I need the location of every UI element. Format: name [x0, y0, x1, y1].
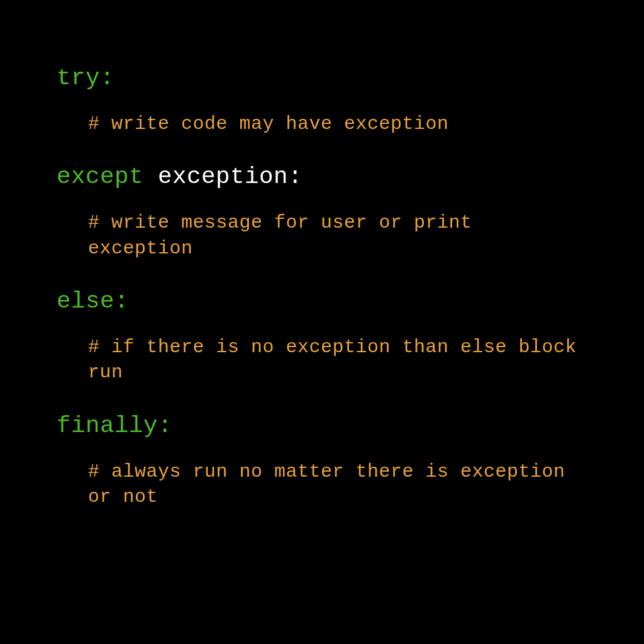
try-comment: # write code may have exception — [57, 111, 587, 137]
finally-header: finally: — [57, 411, 587, 441]
else-colon: : — [114, 288, 129, 314]
try-block: try: # write code may have exception — [57, 63, 587, 136]
finally-comment: # always run no matter there is exceptio… — [57, 459, 587, 510]
except-block: except exception: # write message for us… — [57, 162, 587, 261]
else-keyword: else — [57, 288, 114, 314]
finally-keyword: finally — [57, 413, 158, 439]
finally-colon: : — [158, 413, 172, 439]
except-comment: # write message for user or print except… — [57, 210, 587, 261]
try-colon: : — [100, 65, 114, 91]
else-comment: # if there is no exception than else blo… — [57, 335, 587, 386]
else-header: else: — [57, 286, 587, 317]
except-identifier: exception — [143, 164, 288, 190]
except-header: except exception: — [57, 162, 587, 192]
try-keyword: try — [57, 65, 100, 91]
else-block: else: # if there is no exception than el… — [57, 286, 587, 386]
try-header: try: — [57, 63, 587, 94]
except-keyword: except — [57, 164, 143, 190]
except-colon: : — [288, 164, 303, 190]
finally-block: finally: # always run no matter there is… — [57, 411, 587, 510]
